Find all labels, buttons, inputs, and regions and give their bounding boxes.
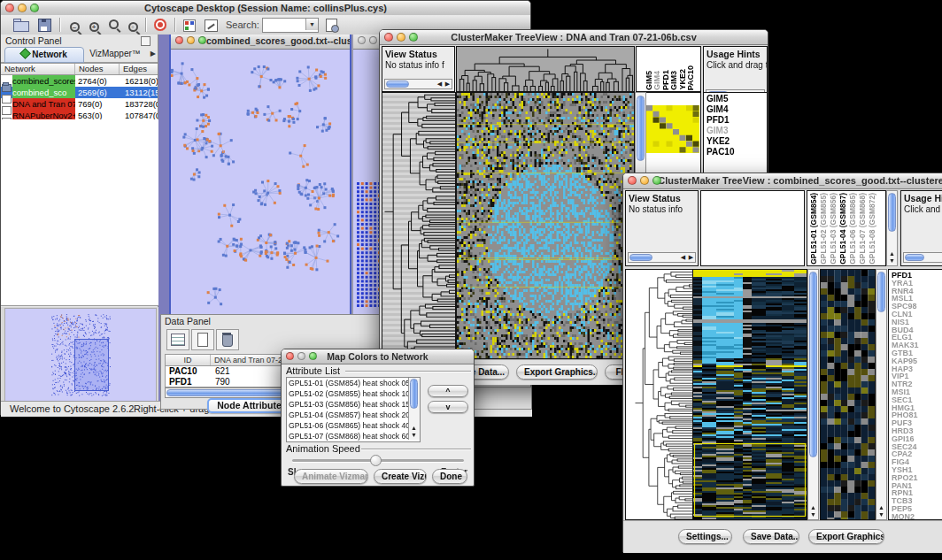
attribute-select-button[interactable] — [166, 329, 189, 350]
tv1-minimize-button[interactable] — [397, 33, 405, 42]
tv2-labels-vscrollbar[interactable]: ▲ ▼ — [886, 190, 898, 266]
scroll-up-icon[interactable]: ▲ — [876, 504, 886, 511]
tv2-status-scrollbar[interactable]: ◀▶ — [628, 252, 696, 263]
treeview1-titlebar[interactable]: ClusterMaker TreeView : DNA and Tran 07-… — [380, 30, 768, 45]
scroll-right-icon[interactable]: ▶ — [444, 80, 452, 88]
tv2-row-dendrogram[interactable] — [626, 270, 692, 519]
zoom-button[interactable] — [30, 4, 39, 12]
tv1-zoom-matrix[interactable] — [646, 105, 699, 153]
tv2-heatmap-vscrollbar[interactable]: ▲ ▼ — [807, 269, 819, 520]
search-input[interactable] — [263, 19, 307, 32]
tv1-row-dendrogram[interactable] — [382, 93, 455, 358]
scroll-left-icon[interactable]: ◀ — [436, 80, 444, 88]
zoom-out-button[interactable]: – — [65, 17, 84, 34]
scroll-right-icon[interactable]: ▶ — [687, 253, 695, 262]
open-session-button[interactable] — [12, 17, 31, 34]
scroll-up-icon[interactable]: ▲ — [887, 250, 897, 257]
tv1-column-dendrogram[interactable] — [457, 47, 634, 91]
scroll-down-icon[interactable]: ▼ — [409, 432, 419, 439]
frame2-minimize-button[interactable] — [369, 36, 377, 44]
tv2-zoom-heatmap[interactable] — [821, 270, 875, 519]
tv2-minimize-button[interactable] — [640, 176, 649, 185]
done-button[interactable]: Done — [432, 469, 467, 484]
scroll-down-icon[interactable]: ▼ — [876, 511, 886, 518]
close-button[interactable] — [5, 4, 14, 12]
move-up-button[interactable]: ^ — [428, 385, 468, 397]
tv2-zoom-vscrollbar[interactable]: ▲ ▼ — [876, 269, 887, 520]
attribute-item[interactable]: GPL51-07 (GSM868) heat shock 60 min — [287, 431, 407, 441]
settings-button[interactable]: Settings... — [678, 529, 732, 544]
float-panel-icon[interactable] — [141, 36, 151, 46]
export-graphics-button[interactable]: Export Graphics... — [516, 364, 598, 380]
zoom-fit-button[interactable]: ▫ — [123, 17, 143, 34]
delete-attribute-button[interactable] — [216, 329, 239, 350]
animation-speed-slider[interactable] — [292, 459, 464, 462]
zoom-selected-button[interactable] — [104, 17, 123, 34]
frame1-minimize-button[interactable] — [187, 36, 195, 44]
col-network[interactable]: Network — [1, 64, 75, 74]
attribute-item[interactable]: GPL51-01 (GSM854) heat shock 05 min — [287, 378, 407, 388]
tv2-zoom-button[interactable] — [652, 176, 661, 185]
frame2-close-button[interactable] — [358, 36, 366, 44]
dialog-close-button[interactable] — [286, 352, 294, 360]
tab-network[interactable]: Network — [4, 47, 84, 63]
attribute-item[interactable]: GPL51-04 (GSM857) heat shock 20 min — [287, 410, 407, 420]
tv2-column-tree-pane[interactable] — [700, 190, 805, 266]
save-session-button[interactable] — [35, 17, 54, 34]
network-list-row[interactable]: combined_scores 2764(0) 16218(0) — [1, 75, 158, 87]
attribute-item[interactable]: GPL51-06 (GSM865) heat shock 40 min — [287, 420, 407, 431]
data-col-id[interactable]: ID — [166, 355, 211, 365]
tv2-gene-labels[interactable]: PFD1YRA1RNR4MSL1SPC98CLN1NIS1BUD4ELG1MAK… — [888, 269, 942, 520]
scroll-down-icon[interactable]: ▼ — [887, 257, 897, 265]
scroll-up-icon[interactable]: ▲ — [409, 425, 419, 432]
tv1-zoom-button[interactable] — [409, 33, 418, 42]
tab-vizmapper[interactable]: VizMapper™ — [84, 47, 146, 61]
attribute-item[interactable]: GPL51-03 (GSM856) heat shock 15 min — [287, 399, 407, 410]
frame1-close-button[interactable] — [175, 36, 183, 44]
combo-arrow-icon[interactable]: ▼ — [305, 19, 318, 30]
scroll-up-icon[interactable]: ▲ — [808, 504, 818, 511]
tab-overflow-button[interactable]: ▶ — [151, 50, 156, 58]
export-graphics-button[interactable]: Export Graphics... — [808, 529, 884, 544]
save-data-button[interactable]: Save Data... — [743, 529, 799, 544]
network-list-row[interactable]: DNA and Tran 07 769(0) 183728(0) — [1, 98, 158, 110]
animation-speed-label: Animation Speed — [286, 443, 360, 455]
vizmapper-button[interactable] — [180, 17, 199, 34]
document-options-button[interactable] — [321, 17, 341, 34]
animate-vizmap-button[interactable]: Animate Vizmap — [294, 469, 368, 484]
scroll-down-icon[interactable]: ▼ — [808, 511, 818, 518]
col-edges[interactable]: Edges — [120, 64, 158, 74]
network-canvas-1[interactable] — [171, 50, 346, 315]
dialog-titlebar[interactable]: Map Colors to Network — [282, 349, 474, 364]
tv2-usage-scrollbar[interactable] — [903, 252, 942, 263]
create-vizmap-button[interactable]: Create Vizmap — [374, 469, 427, 484]
network-frame-1-titlebar[interactable]: combined_scores_good.txt--cluste... — [171, 35, 350, 50]
move-down-button[interactable]: v — [428, 401, 468, 413]
attribute-list-vscrollbar[interactable]: ▲ ▼ — [408, 378, 420, 440]
tv2-heatmap[interactable] — [693, 270, 807, 519]
cytoscape-titlebar[interactable]: Cytoscape Desktop (Session Name: collins… — [1, 1, 530, 16]
new-attribute-button[interactable] — [191, 329, 214, 350]
tv1-close-button[interactable] — [384, 33, 393, 42]
annotation-button[interactable] — [201, 17, 220, 34]
frame1-zoom-button[interactable] — [198, 36, 206, 44]
destroy-network-button[interactable] — [151, 17, 170, 34]
col-nodes[interactable]: Nodes — [75, 64, 120, 74]
tv1-heatmap[interactable] — [457, 93, 634, 358]
slider-thumb[interactable] — [370, 455, 382, 466]
dialog-minimize-button[interactable] — [297, 352, 305, 360]
network-list-row[interactable]: combined_sco 2569(6) 13112(15) — [1, 87, 158, 98]
scroll-left-icon[interactable]: ◀ — [679, 253, 687, 262]
tv1-status-scrollbar[interactable]: ◀▶ — [384, 79, 452, 89]
treeview2-titlebar[interactable]: ClusterMaker TreeView : combined_scores_… — [623, 173, 942, 189]
attribute-item[interactable]: GPL51-02 (GSM855) heat shock 10 min — [287, 388, 407, 399]
network-overview-canvas[interactable] — [4, 308, 157, 402]
minimize-button[interactable] — [18, 4, 27, 12]
zoom-in-button[interactable]: + — [84, 17, 104, 34]
tv1-column-labels[interactable]: GIM5GIM4PFD1GIM3YKE2PAC10 — [645, 46, 696, 90]
open-folder-icon — [13, 21, 29, 32]
dialog-zoom-button[interactable] — [309, 352, 317, 360]
tv2-column-labels[interactable]: GPL51-01 (GSM854)GPL51-02 (GSM855)GPL51-… — [809, 190, 876, 265]
attribute-list[interactable]: GPL51-01 (GSM854) heat shock 05 minGPL51… — [286, 377, 421, 442]
tv2-close-button[interactable] — [628, 176, 637, 185]
